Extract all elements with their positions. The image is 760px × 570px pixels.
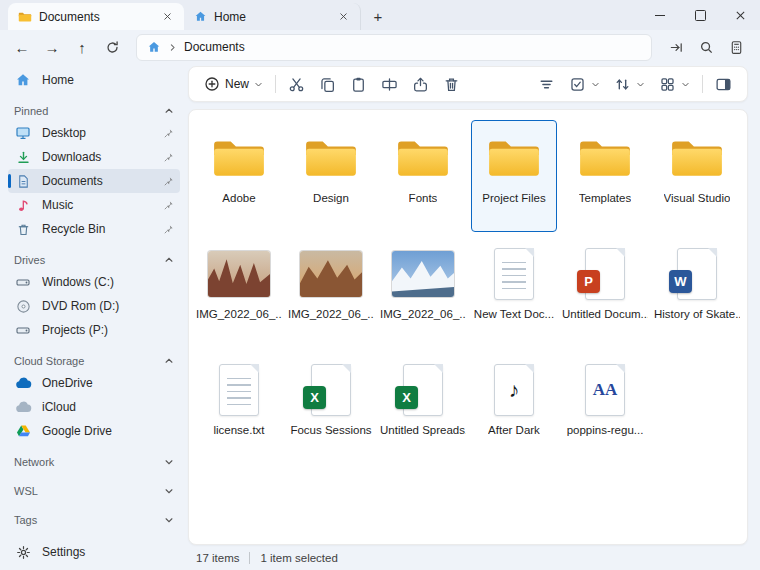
paste-button[interactable]	[343, 70, 374, 98]
sidebar-item-label: Documents	[42, 174, 153, 188]
share-button[interactable]	[405, 70, 436, 98]
sidebar-item-label: Downloads	[42, 150, 153, 164]
sidebar-item-documents[interactable]: Documents	[8, 169, 180, 193]
file-item[interactable]: license.txt	[195, 352, 283, 464]
go-to-icon[interactable]	[662, 33, 690, 61]
refresh-icon	[105, 40, 120, 55]
new-button[interactable]: New	[197, 70, 270, 98]
minimize-button[interactable]	[640, 0, 680, 30]
file-item[interactable]: Adobe	[195, 120, 283, 232]
tab-close-icon[interactable]	[159, 8, 176, 25]
music-note-glyph: ♪	[495, 365, 533, 415]
sidebar-item-dvd-d[interactable]: DVD Rom (D:)	[8, 294, 180, 318]
sidebar-item-label: DVD Rom (D:)	[42, 299, 174, 313]
sidebar-item-label: Recycle Bin	[42, 222, 153, 236]
address-bar[interactable]: Documents	[136, 34, 652, 61]
sidebar-item-google-drive[interactable]: Google Drive	[8, 419, 180, 443]
rename-button[interactable]	[374, 70, 405, 98]
file-item[interactable]: Design	[287, 120, 375, 232]
file-item[interactable]: X Focus Sessions	[287, 352, 375, 464]
sidebar-item-recycle-bin[interactable]: Recycle Bin	[8, 217, 180, 241]
grid-view-icon	[659, 76, 676, 93]
sidebar-item-downloads[interactable]: Downloads	[8, 145, 180, 169]
sidebar-item-label: Music	[42, 198, 153, 212]
file-item[interactable]: IMG_2022_06_...	[195, 236, 283, 348]
tab-close-icon[interactable]	[335, 8, 352, 25]
up-button[interactable]: ↑	[68, 33, 96, 61]
filter-icon	[538, 76, 555, 93]
select-options-button[interactable]	[562, 70, 607, 98]
chevron-up-icon[interactable]	[164, 255, 174, 265]
back-button[interactable]: ←	[8, 33, 36, 61]
rename-icon	[381, 76, 398, 93]
view-layout-button[interactable]	[652, 70, 697, 98]
sidebar-section-network[interactable]: Network	[8, 452, 180, 472]
recycle-bin-icon	[14, 222, 32, 237]
chevron-down-icon	[591, 80, 600, 89]
sidebar-section-drives[interactable]: Drives	[8, 250, 180, 270]
tab-home[interactable]: Home	[184, 3, 361, 30]
file-item[interactable]: Visual Studio	[653, 120, 741, 232]
file-item[interactable]: W History of Skate...	[653, 236, 741, 348]
sidebar-item-windows-c[interactable]: Windows (C:)	[8, 270, 180, 294]
close-button[interactable]	[720, 0, 760, 30]
folder-tab-icon	[18, 11, 32, 23]
calculator-icon[interactable]	[722, 33, 750, 61]
file-item[interactable]: AA poppins-regu...	[561, 352, 649, 464]
maximize-button[interactable]	[680, 0, 720, 30]
powerpoint-icon: P	[585, 245, 625, 303]
chevron-up-icon[interactable]	[164, 356, 174, 366]
folder-icon	[395, 129, 451, 187]
sidebar-section-pinned[interactable]: Pinned	[8, 101, 180, 121]
sidebar-item-projects-p[interactable]: Projects (P:)	[8, 318, 180, 342]
new-tab-button[interactable]: +	[365, 4, 391, 28]
chevron-down-icon[interactable]	[164, 515, 174, 525]
search-icon[interactable]	[692, 33, 720, 61]
file-label: Templates	[579, 192, 631, 204]
sort-icon	[614, 76, 631, 93]
file-item[interactable]: Fonts	[379, 120, 467, 232]
copy-button[interactable]	[312, 70, 343, 98]
breadcrumb-home-icon[interactable]	[147, 40, 161, 54]
file-label: IMG_2022_06_...	[380, 308, 466, 320]
excel-icon: X	[403, 361, 443, 419]
close-icon	[735, 10, 746, 21]
file-item[interactable]: X Untitled Spreads...	[379, 352, 467, 464]
audio-file-icon: ♪	[494, 361, 534, 419]
file-label: Project Files	[482, 192, 545, 204]
sidebar-item-icloud[interactable]: iCloud	[8, 395, 180, 419]
onedrive-cloud-icon	[14, 377, 32, 389]
sidebar-item-desktop[interactable]: Desktop	[8, 121, 180, 145]
sidebar-section-wsl[interactable]: WSL	[8, 481, 180, 501]
copy-icon	[319, 76, 336, 93]
forward-button[interactable]: →	[38, 33, 66, 61]
sidebar-item-settings[interactable]: Settings	[8, 540, 180, 564]
chevron-down-icon[interactable]	[164, 486, 174, 496]
sidebar-section-cloud-storage[interactable]: Cloud Storage	[8, 351, 180, 371]
file-item[interactable]: P Untitled Docum...	[561, 236, 649, 348]
file-item[interactable]: ♪ After Dark	[471, 352, 557, 464]
file-item[interactable]: IMG_2022_06_...	[379, 236, 467, 348]
file-item[interactable]: IMG_2022_06_...	[287, 236, 375, 348]
filter-button[interactable]	[531, 70, 562, 98]
delete-button[interactable]	[436, 70, 467, 98]
file-item-selected[interactable]: Project Files	[471, 120, 557, 232]
chevron-down-icon[interactable]	[164, 457, 174, 467]
sidebar-item-music[interactable]: Music	[8, 193, 180, 217]
chevron-up-icon[interactable]	[164, 106, 174, 116]
gear-icon	[14, 545, 32, 560]
music-note-icon	[14, 198, 32, 213]
file-label: poppins-regu...	[567, 424, 644, 436]
file-item[interactable]: New Text Doc...	[471, 236, 557, 348]
sidebar-item-onedrive[interactable]: OneDrive	[8, 371, 180, 395]
sidebar-section-tags[interactable]: Tags	[8, 510, 180, 530]
sidebar-item-home[interactable]: Home	[8, 68, 180, 92]
tab-documents[interactable]: Documents	[8, 3, 184, 30]
refresh-button[interactable]	[98, 33, 126, 61]
file-label: Focus Sessions	[290, 424, 371, 436]
breadcrumb[interactable]: Documents	[184, 40, 245, 54]
cut-button[interactable]	[281, 70, 312, 98]
details-pane-button[interactable]	[708, 70, 739, 98]
sort-button[interactable]	[607, 70, 652, 98]
file-item[interactable]: Templates	[561, 120, 649, 232]
